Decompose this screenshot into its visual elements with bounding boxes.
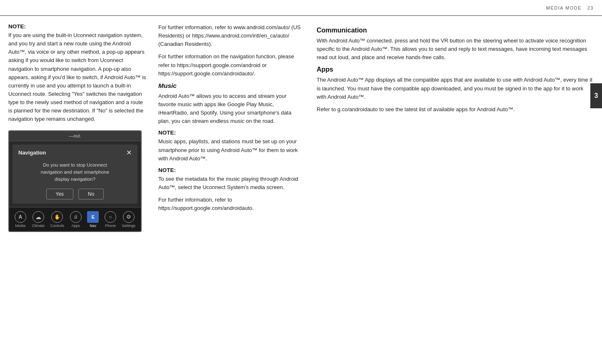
page-header: MEDIA MODE 23	[0, 0, 602, 16]
nav-item-controls[interactable]: ✋ Controls	[50, 211, 65, 228]
apps-heading: Apps	[317, 66, 594, 73]
nav-label-climate: Climate	[32, 224, 45, 228]
music-text: Android Auto™ allows you to access and s…	[158, 92, 301, 126]
header-title: MEDIA MODE 23	[546, 5, 594, 10]
yes-button[interactable]: Yes	[46, 189, 74, 199]
screen-top-bar: —out.	[9, 131, 141, 141]
dialog-title: Navigation	[18, 150, 46, 156]
nav-bar: A Media ☁ Climate ✋ Controls ü Apps	[9, 207, 141, 231]
nav-item-nav[interactable]: E Nav	[87, 211, 99, 228]
media-icon: A	[15, 211, 26, 223]
apps-para2: Refer to g.co/androidauto to see the lat…	[317, 105, 594, 114]
screen-top-text: —out.	[12, 133, 137, 138]
apps-icon: ü	[70, 211, 82, 223]
phone-icon: ○	[105, 211, 116, 223]
left-column: NOTE: If you are using the built-in Ucon…	[8, 23, 158, 357]
nav-icon: E	[87, 211, 99, 223]
communication-heading: Communication	[317, 27, 594, 34]
settings-icon: ⚙	[123, 211, 135, 223]
note-label-mid2: NOTE:	[158, 167, 301, 173]
mid-para3: For further information, refer to https:…	[158, 196, 301, 212]
communication-text: With Android Auto™ connected, press and …	[317, 37, 594, 62]
mid-para1: For further information, refer to www.an…	[158, 23, 301, 48]
climate-icon: ☁	[32, 211, 44, 223]
nav-label-settings: Settings	[122, 224, 136, 228]
nav-label-nav: Nav	[90, 224, 96, 228]
dialog-area: Navigation ✕ Do you want to stop Uconnec…	[12, 145, 137, 204]
nav-label-phone: Phone	[105, 224, 116, 228]
note-text-mid1: Music apps, playlists, and stations must…	[158, 137, 301, 162]
nav-item-settings[interactable]: ⚙ Settings	[122, 211, 136, 228]
nav-label-controls: Controls	[50, 224, 65, 228]
mid-para2: For further information on the navigatio…	[158, 52, 301, 77]
no-button[interactable]: No	[78, 189, 104, 199]
music-heading: Music	[158, 82, 301, 90]
note-label-mid1: NOTE:	[158, 130, 301, 136]
middle-column: For further information, refer to www.an…	[158, 23, 312, 357]
dialog-close-icon[interactable]: ✕	[126, 149, 132, 157]
note-text-mid2: To see the metadata for the music playin…	[158, 175, 301, 192]
nav-item-phone[interactable]: ○ Phone	[105, 211, 116, 228]
nav-item-apps[interactable]: ü Apps	[70, 211, 82, 228]
dialog-buttons: Yes No	[18, 189, 132, 199]
nav-item-climate[interactable]: ☁ Climate	[32, 211, 45, 228]
apps-text: The Android Auto™ App displays all the c…	[317, 76, 594, 101]
nav-label-apps: Apps	[71, 224, 80, 228]
screen-mockup: —out. Navigation ✕ Do you want to stop U…	[8, 130, 142, 232]
note-label-left: NOTE:	[8, 23, 147, 30]
main-content: NOTE: If you are using the built-in Ucon…	[0, 16, 602, 364]
nav-label-media: Media	[15, 224, 26, 228]
note-body-left: If you are using the built-in Uconnect n…	[8, 31, 147, 124]
dialog-body: Do you want to stop Uconnectnavigation a…	[18, 162, 132, 183]
nav-item-media[interactable]: A Media	[15, 211, 26, 228]
right-column: Communication With Android Auto™ connect…	[312, 23, 594, 357]
dialog-header: Navigation ✕	[18, 149, 132, 157]
controls-icon: ✋	[51, 211, 63, 223]
